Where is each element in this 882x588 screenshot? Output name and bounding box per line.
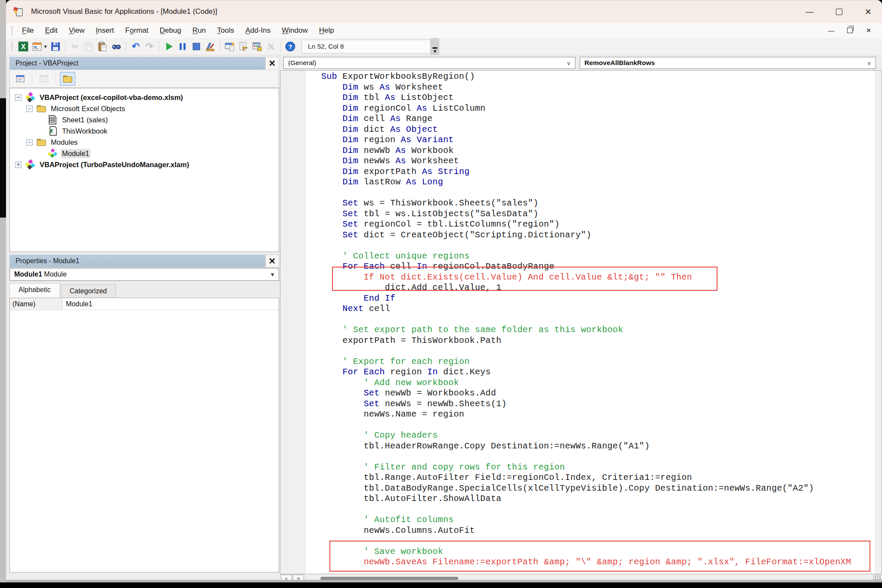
view-code-button[interactable] bbox=[12, 72, 28, 86]
code-line[interactable]: Set regionCol = tbl.ListColumns("region"… bbox=[321, 219, 851, 230]
properties-panel-close-button[interactable]: ✕ bbox=[265, 255, 279, 268]
tree-item[interactable]: Sheet1 (sales) bbox=[10, 114, 279, 125]
design-mode-button[interactable] bbox=[203, 40, 217, 53]
minimize-button[interactable]: — bbox=[796, 0, 823, 23]
properties-window-button[interactable] bbox=[236, 40, 250, 53]
reset-button[interactable] bbox=[189, 40, 203, 53]
tree-item-label[interactable]: Module1 bbox=[61, 149, 90, 158]
code-line[interactable]: newWs.Columns.AutoFit bbox=[321, 526, 851, 536]
code-line[interactable]: ' Copy headers bbox=[321, 430, 851, 441]
undo-button[interactable]: ↶ bbox=[129, 40, 143, 53]
code-line[interactable]: Dim newWs As Worksheet bbox=[321, 156, 851, 167]
property-value[interactable]: Module1 bbox=[62, 298, 279, 310]
vertical-scrollbar[interactable] bbox=[875, 71, 882, 574]
mdi-minimize-button[interactable]: — bbox=[826, 27, 836, 34]
menu-help[interactable]: Help bbox=[314, 25, 340, 37]
menu-run[interactable]: Run bbox=[187, 25, 211, 37]
properties-panel-header[interactable]: Properties - Module1 ✕ bbox=[9, 255, 279, 268]
paste-button[interactable] bbox=[96, 40, 109, 53]
collapse-toggle[interactable]: − bbox=[26, 139, 33, 146]
code-line[interactable] bbox=[321, 451, 851, 462]
excel-button[interactable]: X bbox=[16, 40, 30, 53]
code-line[interactable]: dict.Add cell.Value, 1 bbox=[321, 283, 851, 293]
tree-item[interactable]: −Microsoft Excel Objects bbox=[10, 103, 279, 114]
code-line[interactable]: Dim newWb As Workbook bbox=[321, 146, 851, 156]
code-line[interactable]: Dim ws As Worksheet bbox=[321, 82, 851, 93]
tree-item[interactable]: +VBAProject (TurboPasteUndoManager.xlam) bbox=[10, 159, 279, 170]
code-line[interactable]: Set newWb = Workbooks.Add bbox=[321, 388, 851, 399]
view-object-button[interactable] bbox=[36, 72, 52, 86]
tab-categorized[interactable]: Categorized bbox=[61, 284, 116, 298]
code-line[interactable]: For Each cell In regionCol.DataBodyRange bbox=[321, 261, 851, 272]
toolbar-overflow-button[interactable]: ▬▼ bbox=[431, 38, 439, 55]
code-line[interactable]: Next cell bbox=[321, 304, 851, 314]
code-line[interactable]: End If bbox=[321, 293, 851, 304]
tree-item[interactable]: −Modules bbox=[10, 137, 279, 148]
code-line[interactable]: ' Save workbook bbox=[321, 547, 851, 557]
project-panel-header[interactable]: Project - VBAProject ✕ bbox=[9, 57, 279, 70]
code-line[interactable]: newWs.Name = region bbox=[321, 409, 851, 420]
code-line[interactable] bbox=[321, 420, 851, 431]
mdi-close-button[interactable]: ✕ bbox=[864, 27, 873, 34]
code-line[interactable]: Dim region As Variant bbox=[321, 135, 851, 146]
code-line[interactable]: Sub ExportWorkbooksByRegion() bbox=[321, 72, 851, 82]
menu-drag-handle[interactable] bbox=[11, 26, 13, 35]
menu-file[interactable]: File bbox=[16, 25, 39, 37]
code-line[interactable]: Dim cell As Range bbox=[321, 114, 851, 124]
code-line[interactable]: ' Filter and copy rows for this region bbox=[321, 462, 851, 473]
mdi-restore-button[interactable] bbox=[847, 28, 853, 33]
menu-debug[interactable]: Debug bbox=[154, 25, 187, 37]
run-button[interactable] bbox=[162, 40, 176, 53]
menu-window[interactable]: Window bbox=[276, 25, 313, 37]
properties-object-dropdown[interactable]: Module1 Module ▼ bbox=[9, 268, 279, 281]
project-panel-close-button[interactable]: ✕ bbox=[265, 57, 279, 70]
tree-item-label[interactable]: Microsoft Excel Objects bbox=[50, 104, 126, 113]
code-line[interactable]: tbl.AutoFilter.ShowAllData bbox=[321, 494, 851, 504]
code-line[interactable]: tbl.DataBodyRange.SpecialCells(xlCellTyp… bbox=[321, 483, 851, 494]
code-editor[interactable]: Sub ExportWorkbooksByRegion() Dim ws As … bbox=[280, 70, 882, 574]
save-button[interactable] bbox=[49, 40, 62, 53]
menu-addins[interactable]: Add-Ins bbox=[240, 25, 276, 37]
code-line[interactable]: Set dict = CreateObject("Scripting.Dicti… bbox=[321, 230, 851, 241]
break-button[interactable] bbox=[176, 40, 189, 53]
chevron-down-icon[interactable]: ▼ bbox=[43, 44, 48, 49]
help-button[interactable]: ? bbox=[283, 40, 297, 53]
code-line[interactable]: tbl.HeaderRowRange.Copy Destination:=new… bbox=[321, 441, 851, 452]
code-line[interactable] bbox=[321, 346, 851, 357]
code-line[interactable]: tbl.Range.AutoFilter Field:=regionCol.In… bbox=[321, 473, 851, 483]
code-line[interactable]: Dim tbl As ListObject bbox=[321, 93, 851, 103]
code-line[interactable]: ' Set export path to the same folder as … bbox=[321, 325, 851, 336]
code-line[interactable] bbox=[321, 314, 851, 325]
code-line[interactable]: Dim regionCol As ListColumn bbox=[321, 103, 851, 114]
menu-tools[interactable]: Tools bbox=[211, 25, 240, 37]
find-button[interactable] bbox=[109, 40, 123, 53]
code-line[interactable]: newWb.SaveAs Filename:=exportPath &amp; … bbox=[321, 557, 851, 568]
collapse-toggle[interactable]: − bbox=[15, 94, 22, 101]
code-line[interactable]: If Not dict.Exists(cell.Value) And cell.… bbox=[321, 272, 851, 283]
tree-item-label[interactable]: VBAProject (TurboPasteUndoManager.xlam) bbox=[38, 160, 190, 169]
code-line[interactable]: For Each region In dict.Keys bbox=[321, 367, 851, 378]
code-line[interactable]: Set newWs = newWb.Sheets(1) bbox=[321, 399, 851, 410]
code-line[interactable]: Dim lastRow As Long bbox=[321, 177, 851, 188]
object-browser-button[interactable] bbox=[250, 40, 264, 53]
code-line[interactable] bbox=[321, 536, 851, 547]
project-explorer-button[interactable] bbox=[223, 40, 236, 53]
tree-item[interactable]: Module1 bbox=[10, 148, 279, 159]
code-line[interactable]: ' Collect unique regions bbox=[321, 251, 851, 262]
toolbar-drag-handle[interactable] bbox=[11, 42, 13, 51]
code-line[interactable]: Dim dict As Object bbox=[321, 124, 851, 135]
object-dropdown[interactable]: (General) ∨ bbox=[283, 57, 575, 69]
code-line[interactable]: ' Autofit columns bbox=[321, 515, 851, 526]
menu-format[interactable]: Format bbox=[120, 25, 154, 37]
toggle-folders-button[interactable] bbox=[60, 72, 75, 86]
tree-item-label[interactable]: Sheet1 (sales) bbox=[61, 115, 109, 124]
menu-insert[interactable]: Insert bbox=[90, 25, 120, 37]
code-line[interactable]: ' Export for each region bbox=[321, 357, 851, 367]
code-line[interactable]: Set tbl = ws.ListObjects("SalesData") bbox=[321, 209, 851, 220]
menu-view[interactable]: View bbox=[63, 25, 90, 37]
collapse-toggle[interactable]: − bbox=[26, 106, 33, 112]
code-line[interactable]: exportPath = ThisWorkbook.Path bbox=[321, 336, 851, 346]
procedure-dropdown[interactable]: RemoveAllBlankRows ∨ bbox=[580, 57, 876, 69]
expand-toggle[interactable]: + bbox=[15, 162, 22, 168]
tab-alphabetic[interactable]: Alphabetic bbox=[9, 283, 60, 298]
